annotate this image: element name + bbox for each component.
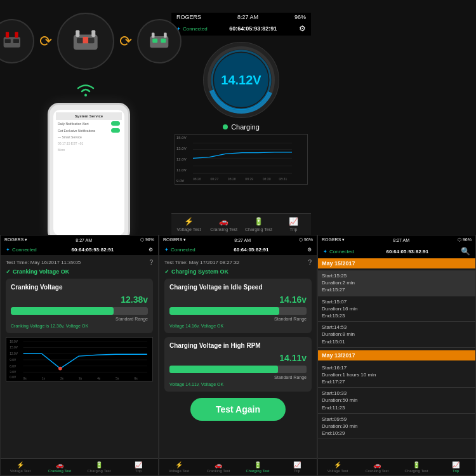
svg-text:12.0V: 12.0V — [10, 352, 18, 355]
cranking-voltage-card: Cranking Voltage 12.38v Standard Range C… — [6, 279, 153, 333]
cranking-tab-label: Cranking Test — [210, 227, 237, 232]
p1-test-time-text: Test Time: May 16/2017 11:39:05 — [6, 260, 81, 265]
tab-voltage-test[interactable]: ⚡ Voltage Test — [171, 214, 206, 235]
p1-battery: ⬡ 96% — [140, 237, 154, 242]
p3-connected-text: Connected — [329, 249, 354, 255]
p2-card2-voltage: 14.11v — [169, 353, 307, 363]
p3-tab-voltage[interactable]: ⚡ Voltage Test — [318, 459, 357, 475]
svg-rect-13 — [164, 33, 167, 38]
battery-label: 96% — [294, 14, 306, 20]
p1-device-id: 60:64:05:93:82:91 — [71, 247, 114, 253]
trip-tab-label: Trip — [290, 227, 298, 232]
history-item-2[interactable]: Start:14:53 Duration:8 min End:15:01 — [318, 322, 475, 348]
charging-text: Charging — [231, 123, 260, 131]
svg-point-48 — [58, 367, 62, 371]
cranking-tab-icon: 🚗 — [219, 217, 228, 226]
tab-charging-test[interactable]: 🔋 Charging Test — [241, 214, 276, 235]
p2-tab-cranking[interactable]: 🚗 Cranking Test — [199, 459, 238, 475]
p2-tab-cranking-icon: 🚗 — [215, 461, 222, 468]
svg-rect-9 — [88, 38, 94, 44]
p2-tab-trip[interactable]: 📈 Trip — [277, 459, 317, 475]
p2-help-icon[interactable]: ? — [308, 259, 312, 266]
step2-icon — [57, 13, 114, 70]
history-item-1[interactable]: Start:15:07 Duration:16 min End:15:23 — [318, 296, 475, 322]
p1-ok-text: Cranking Voltage is 12.38v, Voltage OK — [11, 324, 148, 328]
y-label-1: 15.0V — [175, 136, 187, 140]
p1-time: 8:27 AM — [76, 238, 92, 242]
history-section-may15: May 15/2017 Start:15:25 Duration:2 min E… — [318, 258, 475, 348]
p3-bt-icon: ✦ — [323, 249, 327, 255]
tab-cranking-test[interactable]: 🚗 Cranking Test — [206, 214, 241, 235]
svg-text:6s: 6s — [134, 377, 138, 380]
svg-text:08:27: 08:27 — [210, 177, 218, 181]
svg-text:4s: 4s — [97, 377, 101, 380]
history-item-0[interactable]: Start:15:25 Duration:2 min End:15:27 — [318, 270, 475, 296]
history-item-0-end: End:15:27 — [322, 286, 472, 293]
p2-settings-icon[interactable]: ⚙ — [307, 247, 312, 253]
p1-checkmark: ✓ — [6, 268, 11, 275]
history-item-1-start: Start:15:07 — [322, 298, 472, 305]
step-icons-row: ⟳ ⟳ — [0, 13, 182, 70]
history-item-2-end: End:15:01 — [322, 338, 472, 345]
history-item-5-start: Start:09:59 — [322, 416, 472, 423]
settings-icon[interactable]: ⚙ — [299, 24, 306, 33]
history-item-3[interactable]: Start:16:17 Duration:1 hours 10 min End:… — [318, 362, 475, 388]
p1-settings-icon[interactable]: ⚙ — [149, 247, 153, 253]
history-section-may13: May 13/2017 Start:16:17 Duration:1 hours… — [318, 350, 475, 440]
charging-idle-card: Charging Voltage in Idle Speed 14.16v St… — [164, 279, 312, 333]
p3-battery: ⬡ 96% — [458, 237, 472, 242]
p1-tab-charging[interactable]: 🔋 Charging Test — [79, 459, 119, 475]
svg-text:1s: 1s — [42, 377, 46, 380]
p2-tab-charging[interactable]: 🔋 Charging Test — [238, 459, 277, 475]
svg-rect-15 — [161, 39, 166, 43]
panel2-status-ok: ✓ Charging System OK — [164, 268, 312, 275]
p1-tab-cranking[interactable]: 🚗 Cranking Test — [40, 459, 79, 475]
p2-time: 8:27 AM — [234, 238, 251, 242]
p1-tab-voltage-icon: ⚡ — [17, 461, 24, 468]
p1-tab-trip[interactable]: 📈 Trip — [119, 459, 158, 475]
p1-tab-charging-icon: 🔋 — [95, 461, 103, 468]
panel1-content: Test Time: May 16/2017 11:39:05 ? ✓ Cran… — [1, 255, 158, 458]
charging-tab-icon: 🔋 — [254, 217, 263, 226]
history-item-5[interactable]: Start:09:59 Duration:30 min End:10:29 — [318, 414, 475, 440]
p1-tab-voltage[interactable]: ⚡ Voltage Test — [1, 459, 40, 475]
p2-tab-voltage[interactable]: ⚡ Voltage Test — [159, 459, 199, 475]
test-again-button[interactable]: Test Again — [190, 398, 286, 421]
history-item-4-duration: Duration:50 min — [322, 397, 472, 404]
panel1-status-bar: ROGERS ▾ 8:27 AM ⬡ 96% — [1, 235, 158, 244]
p3-tab-trip[interactable]: 📈 Trip — [436, 459, 475, 475]
p3-time: 8:27 AM — [393, 238, 409, 242]
p2-tab-voltage-icon: ⚡ — [175, 461, 183, 468]
wifi-icon — [73, 79, 98, 103]
panel3-tab-bar: ⚡ Voltage Test 🚗 Cranking Test 🔋 Chargin… — [318, 458, 475, 475]
charging-label: Charging — [223, 123, 260, 131]
p1-tab-trip-icon: 📈 — [135, 461, 142, 468]
panel2-tab-bar: ⚡ Voltage Test 🚗 Cranking Test 🔋 Chargin… — [159, 458, 317, 475]
p1-help-icon[interactable]: ? — [149, 259, 153, 266]
p2-tab-cranking-label: Cranking Test — [207, 469, 230, 473]
p2-device-id: 60:64:05:82:91 — [234, 247, 268, 253]
svg-text:6.0V: 6.0V — [10, 365, 17, 368]
top-section: ⟳ ⟳ — [0, 0, 476, 235]
p2-connected-text: Connected — [171, 247, 195, 253]
tab-trip[interactable]: 📈 Trip — [276, 214, 311, 235]
trip-tab-icon: 📈 — [289, 217, 298, 226]
voltage-value: 14.12V — [221, 73, 261, 88]
panel-cranking: ROGERS ▾ 8:27 AM ⬡ 96% ✦ Connected 60:64… — [0, 235, 159, 476]
panel1-test-time: Test Time: May 16/2017 11:39:05 ? — [6, 259, 153, 266]
p2-ok-text2: Voltage 14.11v, Voltage OK — [169, 382, 307, 387]
phone-hand-area: System Service Daily Notification Alert … — [41, 103, 130, 236]
p3-tab-cranking[interactable]: 🚗 Cranking Test — [357, 459, 397, 475]
p2-battery: ⬡ 96% — [299, 237, 313, 242]
p3-search-icon[interactable]: 🔍 — [461, 247, 470, 256]
history-item-4-end: End:11:23 — [322, 404, 472, 411]
svg-text:08:30: 08:30 — [263, 177, 271, 181]
device-id-top: 60:64:05:93:82:91 — [229, 25, 277, 32]
svg-rect-2 — [15, 32, 18, 37]
p2-progress1 — [169, 307, 307, 315]
p3-tab-charging[interactable]: 🔋 Charging Test — [397, 459, 436, 475]
svg-text:3.0V: 3.0V — [10, 371, 17, 374]
history-item-4[interactable]: Start:10:33 Duration:50 min End:11:23 — [318, 388, 475, 414]
charging-rpm-card: Charging Voltage in High RPM 14.11v Stan… — [164, 337, 312, 392]
p2-carrier: ROGERS ▾ — [163, 237, 186, 242]
